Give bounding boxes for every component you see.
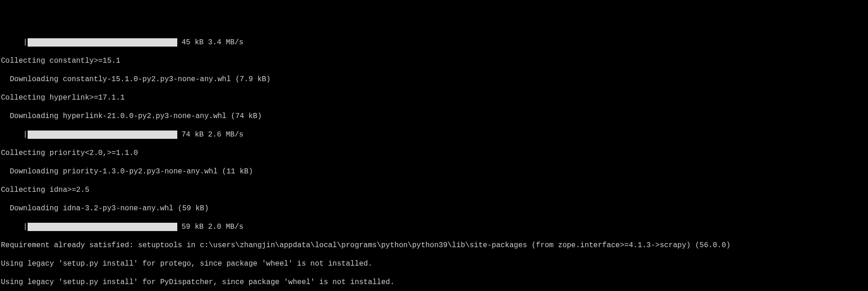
progress-speed-text: 59 kB 2.0 MB/s [177,222,244,232]
terminal-output-line: Collecting constantly>=15.1 [1,56,867,65]
terminal-output-line: Collecting hyperlink>=17.1.1 [1,93,867,102]
progress-speed-text: 45 kB 3.4 MB/s [177,38,244,47]
terminal-output-line: Using legacy 'setup.py install' for PyDi… [1,278,867,287]
terminal-output-line: Requirement already satisfied: setuptool… [1,241,867,250]
terminal-output-line: Downloading idna-3.2-py3-none-any.whl (5… [1,204,867,213]
terminal-output-line: Downloading priority-1.3.0-py2.py3-none-… [1,167,867,176]
progress-bar-line: | 74 kB 2.6 MB/s [1,130,867,139]
terminal-output-line: Collecting idna>=2.5 [1,185,867,195]
terminal-output-line: Downloading constantly-15.1.0-py2.py3-no… [1,75,867,84]
progress-bar-line: | 45 kB 3.4 MB/s [1,38,867,47]
progress-bar-line: | 59 kB 2.0 MB/s [1,222,867,232]
progress-indent: | [1,222,28,232]
progress-bar [28,131,177,139]
progress-speed-text: 74 kB 2.6 MB/s [177,130,244,139]
terminal-output-line: Downloading hyperlink-21.0.0-py2.py3-non… [1,112,867,121]
progress-indent: | [1,38,28,47]
progress-bar [28,223,177,231]
progress-bar [28,38,177,47]
terminal-output-line: Collecting priority<2.0,>=1.1.0 [1,148,867,158]
terminal-output-line: Using legacy 'setup.py install' for prot… [1,259,867,268]
progress-indent: | [1,130,28,139]
